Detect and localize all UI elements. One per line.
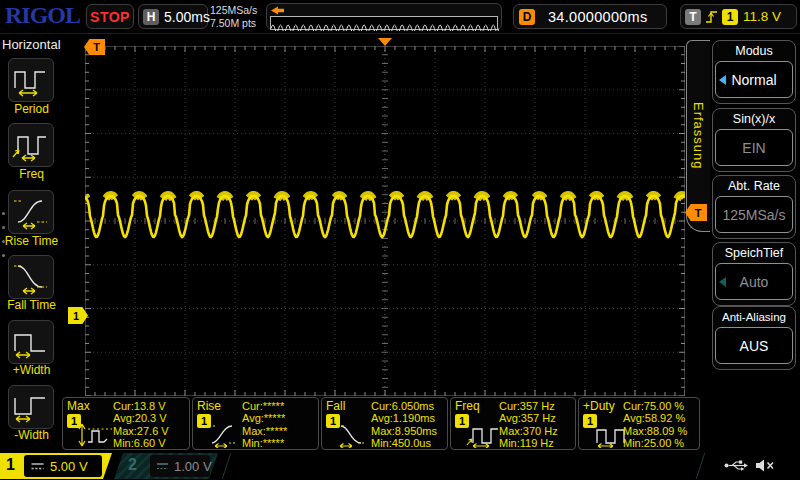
menu-label-rise-time: Rise Time — [0, 234, 63, 248]
dc-coupling-icon — [30, 461, 45, 471]
tab-erfassung-label: Erfassung — [691, 102, 706, 170]
preview-strip — [270, 16, 498, 30]
preview-wave-icon — [271, 21, 499, 31]
menu-label-period: Period — [0, 102, 63, 116]
rising-edge-icon — [704, 9, 719, 25]
measurement-name: +Duty — [583, 399, 615, 413]
menu-button-nwidth[interactable] — [8, 385, 54, 429]
delay-badge: D — [519, 9, 535, 25]
channel2-number: 2 — [128, 456, 137, 474]
tab-erfassung: Erfassung — [686, 40, 710, 232]
freq-icon — [11, 127, 51, 163]
top-bar: RIGOL STOP H 5.00ms 125MSa/s 7.50M pts D… — [0, 0, 800, 34]
speaker-muted-icon — [754, 458, 776, 473]
timebase-box[interactable]: H 5.00ms — [138, 4, 208, 29]
measurement-name: Freq — [455, 399, 480, 413]
measurement-name: Max — [67, 399, 90, 413]
plus-width-icon — [11, 324, 51, 360]
left-menu-title: Horizontal — [2, 37, 64, 52]
selected-arrow-icon — [719, 75, 726, 85]
menu-item-title: Anti-Aliasing — [715, 308, 793, 327]
waveform-preview[interactable] — [266, 3, 502, 30]
period-icon — [11, 62, 51, 98]
dc-coupling-icon — [156, 461, 169, 471]
menu-page-dot — [2, 226, 5, 229]
menu-item-anti-aliasing[interactable]: Anti-Aliasing AUS — [712, 306, 796, 370]
graticule — [85, 46, 685, 396]
menu-item-abt-rate[interactable]: Abt. Rate 125MSa/s — [712, 175, 796, 239]
rise-time-icon — [11, 194, 51, 230]
menu-item-value: 125MSa/s — [722, 207, 785, 223]
status-divider — [696, 453, 715, 479]
measurement-values: Cur:***** Avg:***** Max:***** Min:***** — [242, 400, 316, 449]
channel1-scale: 5.00 V — [50, 459, 88, 474]
menu-label-fall-time: Fall Time — [0, 298, 63, 312]
fall-time-icon — [11, 259, 51, 295]
measurement-name: Rise — [197, 399, 221, 413]
channel1-number: 1 — [6, 456, 15, 474]
trigger-level-value: 11.8 V — [743, 9, 781, 24]
trigger-badge: T — [685, 9, 701, 25]
measurement-values: Cur:6.050ms Avg:1.190ms Max:8.950ms Min:… — [371, 400, 445, 449]
menu-item-title: Abt. Rate — [715, 177, 793, 196]
measurement-max: Max 1 Cur:13.8 V Avg:20.3 V Max:27.6 V M… — [62, 397, 190, 450]
channel2-status[interactable]: 2 1.00 V — [114, 453, 218, 479]
menu-page-dot — [2, 212, 5, 215]
usb-icon — [724, 459, 750, 472]
measurement-rise: Rise 1 Cur:***** Avg:***** Max:***** Min… — [192, 397, 319, 450]
menu-label-pwidth: +Width — [0, 363, 63, 377]
menu-button-fall-time[interactable] — [8, 255, 54, 299]
delay-readout[interactable]: D 34.0000000ms — [513, 4, 667, 29]
menu-item-title: SpeichTief — [715, 244, 793, 263]
menu-button-period[interactable] — [8, 58, 54, 102]
menu-button-pwidth[interactable] — [8, 320, 54, 364]
measurement-values: Cur:13.8 V Avg:20.3 V Max:27.6 V Min:6.6… — [113, 400, 187, 449]
menu-item-title: Sin(x)/x — [715, 110, 793, 129]
memory-depth-value: 7.50M pts — [210, 17, 257, 30]
trigger-source-badge: 1 — [722, 9, 738, 25]
oscilloscope-screen: RIGOL STOP H 5.00ms 125MSa/s 7.50M pts D… — [0, 0, 800, 480]
menu-label-nwidth: -Width — [0, 428, 63, 442]
channel2-scale-box: 1.00 V — [150, 455, 210, 477]
menu-item-value: Normal — [731, 72, 776, 88]
horizontal-badge: H — [143, 9, 159, 25]
channel1-status[interactable]: 1 5.00 V — [0, 453, 112, 479]
trigger-readout[interactable]: T 1 11.8 V — [680, 4, 797, 29]
timebase-value: 5.00ms — [164, 9, 210, 25]
max-icon — [77, 422, 117, 448]
menu-button-freq[interactable] — [8, 123, 54, 167]
fall-icon — [336, 422, 376, 448]
menu-item-speichtief[interactable]: SpeichTief Auto — [712, 242, 796, 306]
trigger-position-icon — [378, 38, 392, 46]
menu-button-rise-time[interactable] — [8, 190, 54, 234]
rise-icon — [207, 422, 247, 448]
measurement-name: Fall — [326, 399, 345, 413]
delay-value: 34.0000000ms — [548, 9, 648, 25]
menu-item-modus[interactable]: Modus Normal — [712, 40, 796, 104]
measurement-values: Cur:357 Hz Avg:357 Hz Max:370 Hz Min:119… — [499, 400, 573, 449]
measurement-pduty: +Duty 1 Cur:75.00 % Avg:58.92 % Max:88.0… — [578, 397, 700, 450]
channel1-scale-box: 5.00 V — [24, 455, 102, 477]
minus-width-icon — [11, 389, 51, 425]
run-state-button[interactable]: STOP — [86, 4, 134, 29]
menu-item-sinxx[interactable]: Sin(x)/x EIN — [712, 108, 796, 172]
measurement-values: Cur:75.00 % Avg:58.92 % Max:88.09 % Min:… — [623, 400, 697, 449]
acquisition-readout: 125MSa/s 7.50M pts — [210, 4, 257, 29]
channel-slot-divider — [222, 453, 241, 479]
measurement-freq: Freq 1 Cur:357 Hz Avg:357 Hz Max:370 Hz … — [450, 397, 576, 450]
menu-page-dot — [2, 254, 5, 257]
menu-item-value: AUS — [740, 338, 769, 354]
menu-item-title: Modus — [715, 42, 793, 61]
preview-position-icon — [270, 5, 285, 16]
rigol-logo: RIGOL — [5, 2, 80, 29]
menu-item-value: Auto — [740, 274, 769, 290]
menu-label-freq: Freq — [0, 167, 63, 181]
measurement-fall: Fall 1 Cur:6.050ms Avg:1.190ms Max:8.950… — [321, 397, 448, 450]
selected-arrow-icon — [719, 277, 726, 287]
menu-item-value: EIN — [742, 140, 765, 156]
channel2-scale: 1.00 V — [174, 459, 212, 474]
sample-rate-value: 125MSa/s — [210, 4, 257, 17]
